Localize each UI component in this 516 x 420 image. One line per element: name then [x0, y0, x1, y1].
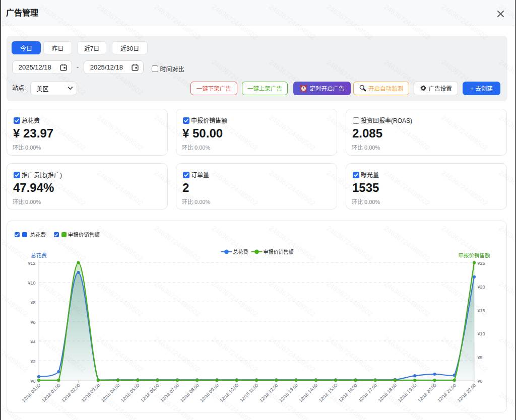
- svg-text:12/18 09:00: 12/18 09:00: [199, 383, 220, 403]
- svg-text:12/18 15:00: 12/18 15:00: [318, 383, 339, 403]
- svg-text:12/18 02:00: 12/18 02:00: [60, 383, 81, 403]
- svg-text:¥10: ¥10: [27, 281, 35, 286]
- svg-text:12/18 12:00: 12/18 12:00: [259, 383, 279, 403]
- svg-text:12/18 00:00: 12/18 00:00: [21, 383, 42, 403]
- svg-text:12/18 08:00: 12/18 08:00: [179, 383, 200, 403]
- svg-text:¥0: ¥0: [30, 379, 35, 384]
- svg-text:12/18 07:00: 12/18 07:00: [160, 383, 180, 403]
- svg-text:¥25: ¥25: [477, 261, 485, 266]
- svg-text:12/18 11:00: 12/18 11:00: [239, 383, 259, 403]
- svg-text:¥5: ¥5: [477, 355, 483, 360]
- svg-text:总花费: 总花费: [31, 252, 47, 258]
- svg-text:12/18 05:00: 12/18 05:00: [120, 383, 141, 403]
- svg-text:12/18 19:00: 12/18 19:00: [397, 383, 418, 403]
- svg-text:12/18 20:00: 12/18 20:00: [417, 383, 437, 403]
- svg-text:12/18 21:00: 12/18 21:00: [436, 383, 457, 403]
- svg-text:¥4: ¥4: [30, 339, 35, 344]
- svg-text:12/18 06:00: 12/18 06:00: [140, 383, 160, 403]
- svg-text:12/18 10:00: 12/18 10:00: [219, 383, 239, 403]
- svg-text:申报价销售额: 申报价销售额: [264, 249, 294, 255]
- svg-text:¥15: ¥15: [477, 308, 485, 313]
- svg-text:¥6: ¥6: [30, 320, 35, 325]
- svg-text:12/18 01:00: 12/18 01:00: [41, 383, 61, 403]
- svg-text:¥0: ¥0: [477, 379, 483, 384]
- svg-text:¥12: ¥12: [27, 261, 35, 266]
- svg-text:12/18 22:00: 12/18 22:00: [457, 383, 477, 403]
- svg-text:12/18 03:00: 12/18 03:00: [81, 383, 101, 403]
- svg-text:¥2: ¥2: [30, 359, 35, 364]
- svg-text:¥8: ¥8: [30, 300, 35, 305]
- svg-text:申报价销售额: 申报价销售额: [459, 252, 490, 258]
- svg-text:¥10: ¥10: [477, 331, 485, 336]
- svg-text:12/18 14:00: 12/18 14:00: [298, 383, 319, 403]
- svg-text:12/18 16:00: 12/18 16:00: [338, 383, 358, 403]
- svg-text:12/18 17:00: 12/18 17:00: [357, 383, 378, 403]
- svg-text:总花费: 总花费: [233, 249, 248, 255]
- svg-text:¥20: ¥20: [477, 285, 485, 290]
- svg-text:12/18 18:00: 12/18 18:00: [377, 383, 398, 403]
- svg-text:12/18 04:00: 12/18 04:00: [100, 383, 121, 403]
- svg-text:12/18 13:00: 12/18 13:00: [278, 383, 299, 403]
